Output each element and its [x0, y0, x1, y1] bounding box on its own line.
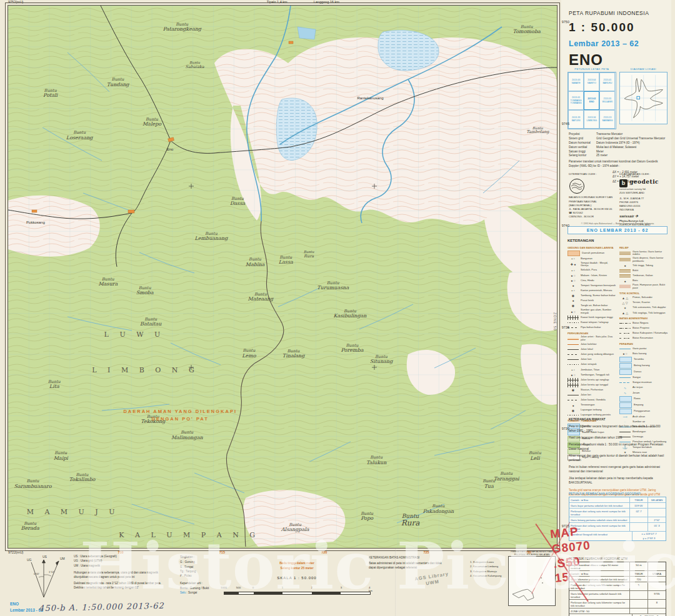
geo-table-row: Perkiraan dari selang satu menit sampai …	[569, 509, 666, 517]
history-paragraph: Peta ini digambar secara fotogrametri da…	[569, 424, 666, 433]
legend-symbol	[568, 262, 579, 267]
legend-symbol	[568, 398, 579, 402]
svg-text:UM: UM	[60, 557, 65, 560]
legend-item: Garis depresi, Garis kontur pembantu	[619, 257, 668, 263]
history-paragraph: Pemetaan Rupabumi skala 1 : 50.000 ini m…	[569, 442, 666, 451]
legend-section: TITIK KONTROL Primer, SekunderTersier, K…	[619, 292, 668, 315]
legend-symbol	[568, 268, 579, 272]
legend-item: Daerah pemukiman	[568, 251, 616, 256]
publisher-executed: DILAKSANAKAN OLEH : bgeodetic constructi…	[619, 172, 666, 227]
utm-kilometre-grid	[8, 6, 557, 548]
edge-northing-label: 9745	[562, 122, 569, 126]
handwritten-catalog-note: 450-b A. 1:50.000 2013-62	[39, 601, 164, 613]
legend-symbol	[619, 264, 631, 268]
adjacent-sheet-cell: 2013-61TOMBANG TOMBANG	[568, 91, 584, 110]
declination-def: US : Utara sebenarnya (Geografi)	[74, 555, 161, 559]
map-label: BuntuAlsangpala	[281, 523, 309, 533]
edge-easting-label: 715	[219, 550, 225, 554]
legend-symbol	[568, 408, 579, 412]
legend-symbol	[568, 362, 579, 367]
adjacent-sheets-box: PETUNJUK LETAK PETA 2013-63SABATE2013-64…	[568, 67, 616, 129]
abbreviation-item: P : Pulau	[180, 574, 249, 578]
admin-division-diagram: PEMBAGIAN DAERAH ADMINISTRASIPROPINSI SU…	[508, 556, 556, 606]
utm-table-row: Perkiraan dari selang satu kilometer sam…	[569, 600, 666, 609]
map-label: BuntuMalepo	[142, 117, 161, 127]
declination-def: UG : Utara grid (UTM)	[74, 559, 161, 564]
edge-destination-label: Tipalo 1,4 km	[267, 0, 288, 4]
legend-item: Tempat / bangunan bersejarah	[568, 284, 616, 288]
legend-symbol	[619, 326, 631, 330]
legend-item: Garis kontur, Garis kontur indeks	[619, 251, 668, 257]
map-label: BuntuTalukun	[366, 455, 386, 465]
history-title: KETERANGAN RIWAYAT	[569, 417, 666, 422]
legend-item: Terumbu	[619, 357, 668, 362]
legend-section: BATAS ADMINISTRASI Batas NegaraBatas Pro…	[619, 317, 668, 340]
map-label: BuntuLoseraang	[66, 131, 93, 141]
margin-bottom: US UG UM 0°32' 1°12' US : Utara sebenarn…	[0, 549, 561, 616]
admin-division-item: 4. Kecamatan Kalumpang	[470, 574, 514, 578]
map-label: L I M B O N G	[92, 367, 198, 374]
geo-result: x = 119°07'.7y = 2°53'.3	[632, 532, 666, 540]
legend-item: Pusat listrik	[568, 299, 616, 303]
sheet-header: PETA RUPABUMI INDONESIA 1 : 50.000 Lemba…	[569, 10, 666, 76]
legend-symbol	[619, 251, 631, 256]
legend-item: Tambang, Sumur bahan bakar	[568, 294, 616, 298]
projection-row: Datum vertikalMuka laut di Makasar, Sula…	[569, 146, 666, 150]
edge-easting-label: 725	[423, 550, 429, 554]
sulawesi-outline	[620, 72, 668, 124]
legend-item: Pasir, Hamparan pasir, Bukit pasir	[619, 284, 668, 290]
locator-row: PETUNJUK LETAK PETA 2013-63SABATE2013-64…	[568, 67, 668, 129]
contour-interval-note: Beda tinggi dalam meterSelang kontur 25 …	[250, 561, 344, 570]
legend-item: Jalan kereta api tunggal	[568, 383, 616, 387]
edge-destination-label: Langgong 16 km	[314, 0, 339, 4]
legend-item: Jembatan, Titian	[568, 367, 616, 372]
executor-address: JL. M.H. JUANDA 77PHONE 440976BANDUNG 40…	[619, 197, 666, 212]
history-paragraph: Hasil cek lapangan dilakukan tahun 1989	[569, 435, 666, 440]
legend-symbol	[619, 385, 631, 390]
utm-table-row: ZONE UTM : 50	[569, 609, 666, 614]
legend-symbol	[568, 304, 579, 308]
map-label: BuntuRura	[401, 513, 420, 528]
map-label: BuntuPotali	[43, 89, 58, 99]
legend-item: Bukit	[619, 269, 668, 273]
map-label: Pokkosang	[26, 221, 45, 225]
edge-easting-label: 720	[321, 550, 327, 554]
adjacent-sheet-cell: 2113-13SABBANG	[599, 110, 615, 129]
admin-diagram-outline	[509, 557, 555, 605]
legend-item: Rawa	[619, 396, 668, 402]
legend-item: Jalan kereta api rangkap	[568, 378, 616, 382]
legend-symbol	[568, 337, 579, 341]
legend-symbol	[619, 369, 632, 375]
map-label: BuntuTambolang	[526, 126, 549, 134]
adjacent-sheets-title: PETUNJUK LETAK PETA	[568, 67, 616, 71]
projection-row: ProyeksiTransverse Mercator	[569, 132, 666, 137]
legend-symbol	[568, 299, 579, 303]
series-title: PETA RUPABUMI INDONESIA	[569, 10, 666, 16]
legend-symbol	[568, 273, 579, 277]
admin-division-item: 3. Kabupaten Mamuju	[470, 569, 514, 574]
geodetic-loc: ZUG SWITZERLAND	[619, 191, 666, 195]
svg-text:1°12': 1°12'	[49, 570, 54, 574]
edge-easting-label: 710	[118, 550, 123, 554]
location-diagram-box: DIAGRAM LOKASI	[619, 67, 668, 129]
legend-symbol	[568, 403, 579, 407]
scale-bar: 100050001234 km	[224, 586, 371, 595]
scale-tick: 3	[341, 586, 342, 589]
map-label: BuntuLemo	[242, 349, 256, 359]
map-label: BuntuMalimongan	[171, 430, 203, 440]
legend-symbol	[619, 402, 632, 408]
scale-tick: 1	[282, 586, 283, 589]
legend-symbol	[568, 257, 579, 261]
legend-item: Titik tinggi, Tebing	[619, 264, 668, 268]
legend-item: Makam : Islam, Kristen	[568, 273, 616, 277]
abbreviation-item: G : Gunung	[180, 560, 249, 564]
map-label: BuntuMasura	[98, 277, 118, 287]
projection-row: Selang kontur25 meter	[569, 154, 666, 158]
sheet-number: Lembar 2013 – 62	[569, 39, 666, 48]
legend-item: Tersier, Kuarter	[619, 301, 668, 305]
legend-item: Jalan kolektor	[568, 342, 616, 347]
legend-symbol	[619, 321, 631, 325]
legend-item: Pipa bahan bakar	[568, 325, 616, 330]
svg-text:0°32': 0°32'	[34, 572, 39, 575]
legend-section: RELIEF Garis kontur, Garis kontur indeks…	[619, 246, 668, 290]
